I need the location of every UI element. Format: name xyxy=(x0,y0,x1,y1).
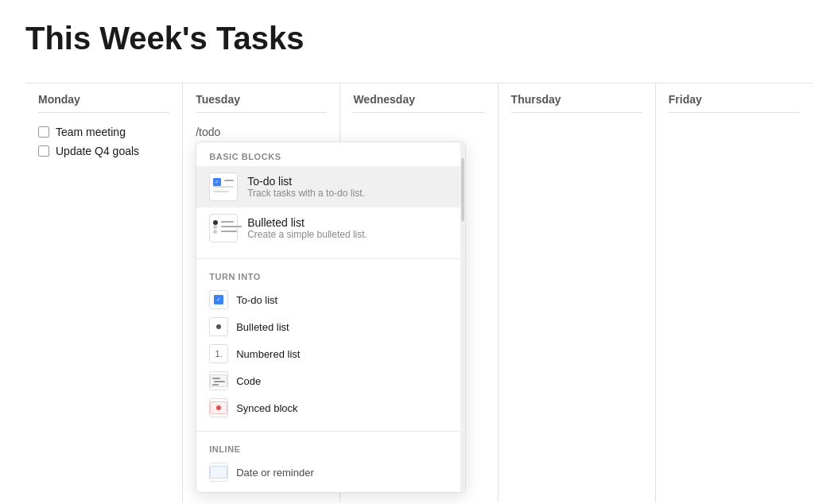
todo-line3-icon xyxy=(213,191,229,192)
turn-into-todo[interactable]: ✓ To-do list xyxy=(196,286,465,313)
turn-into-bullet[interactable]: Bulleted list xyxy=(196,313,465,340)
column-monday: Monday Team meeting Update Q4 goals xyxy=(25,83,183,502)
bulleted-list-title: Bulleted list xyxy=(247,216,367,229)
slash-command-input[interactable]: /todo xyxy=(196,126,327,138)
turn-into-code[interactable]: Code xyxy=(196,367,465,394)
turn-into-todo-label: To-do list xyxy=(236,294,277,306)
basic-blocks-label: BASIC BLOCKS xyxy=(196,149,465,166)
turn-synced-icon-wrap xyxy=(209,398,228,417)
block-type-dropdown: BASIC BLOCKS To-do list Track tasks with… xyxy=(196,142,466,493)
bulleted-list-desc: Create a simple bulleted list. xyxy=(247,229,367,240)
turn-into-numbered-label: Numbered list xyxy=(236,348,300,360)
column-header-friday: Friday xyxy=(669,93,800,113)
bullet-dot2 xyxy=(213,225,217,229)
turn-into-bullet-label: Bulleted list xyxy=(236,321,289,333)
code-line3 xyxy=(212,384,219,386)
bulleted-list-text: Bulleted list Create a simple bulleted l… xyxy=(247,216,367,240)
todo-large-icon xyxy=(213,178,234,196)
code-line1 xyxy=(212,378,220,379)
turn-code-icon-wrap xyxy=(209,371,228,390)
column-friday: Friday xyxy=(656,83,813,502)
column-header-wednesday: Wednesday xyxy=(353,93,484,113)
sync-dot-icon xyxy=(216,405,221,410)
bullet-line3 xyxy=(221,231,237,232)
section-divider-1 xyxy=(196,258,465,259)
turn-todo-icon: ✓ xyxy=(214,295,223,304)
turn-bullet-icon-wrap xyxy=(209,317,228,336)
bullet-large-icon xyxy=(213,219,234,237)
todo-list-title: To-do list xyxy=(247,175,365,188)
inline-section: INLINE Date or reminder xyxy=(196,435,465,492)
checkbox-q4-goals[interactable] xyxy=(38,145,49,157)
turn-code-icon xyxy=(210,374,227,387)
todo-item-q4-goals[interactable]: Update Q4 goals xyxy=(38,145,169,157)
bullet-list-icon xyxy=(209,214,238,242)
scrollbar-thumb xyxy=(461,158,464,222)
todo-checkbox-icon xyxy=(213,178,221,186)
todo-item-team-meeting[interactable]: Team meeting xyxy=(38,126,169,138)
todo-line2-icon xyxy=(213,186,234,188)
turn-into-synced[interactable]: Synced block xyxy=(196,394,465,421)
scrollbar[interactable] xyxy=(460,142,465,492)
todo-list-text: To-do list Track tasks with a to-do list… xyxy=(247,175,365,199)
turn-synced-icon xyxy=(210,401,227,414)
inline-date-label: Date or reminder xyxy=(236,467,314,479)
column-header-thursday: Thursday xyxy=(511,93,642,113)
turn-number-icon: 1. xyxy=(215,349,223,359)
todo-list-desc: Track tasks with a to-do list. xyxy=(247,188,365,199)
bullet-dot3 xyxy=(213,230,217,234)
turn-into-label: TURN INTO xyxy=(196,269,465,286)
todo-list-icon xyxy=(209,173,238,201)
column-thursday: Thursday xyxy=(499,83,656,502)
column-header-monday: Monday xyxy=(38,93,169,113)
turn-numbered-icon-wrap: 1. xyxy=(209,344,228,363)
basic-blocks-section: BASIC BLOCKS To-do list Track tasks with… xyxy=(196,142,465,255)
page-title: This Week's Tasks xyxy=(25,19,813,57)
code-line2 xyxy=(214,381,225,382)
turn-into-numbered[interactable]: 1. Numbered list xyxy=(196,340,465,367)
column-tuesday: Tuesday /todo BASIC BLOCKS xyxy=(183,83,340,502)
section-divider-2 xyxy=(196,431,465,432)
bullet-line2 xyxy=(221,226,242,227)
bullet-line1 xyxy=(221,221,234,223)
turn-into-synced-label: Synced block xyxy=(236,402,297,414)
checkbox-team-meeting[interactable] xyxy=(38,126,49,138)
turn-into-section: TURN INTO ✓ To-do list Bulleted list 1. xyxy=(196,262,465,428)
todo-line1-icon xyxy=(224,180,234,181)
turn-bullet-icon xyxy=(216,324,221,329)
todo-label-team-meeting: Team meeting xyxy=(56,126,126,138)
inline-date-item[interactable]: Date or reminder xyxy=(196,459,465,486)
dropdown-item-todo-list[interactable]: To-do list Track tasks with a to-do list… xyxy=(196,166,465,207)
turn-todo-icon-wrap: ✓ xyxy=(209,290,228,309)
inline-date-icon xyxy=(210,466,227,479)
turn-into-code-label: Code xyxy=(236,375,261,387)
weekly-columns: Monday Team meeting Update Q4 goals Tues… xyxy=(25,83,813,502)
column-header-tuesday: Tuesday xyxy=(196,93,327,113)
dropdown-item-bulleted-list[interactable]: Bulleted list Create a simple bulleted l… xyxy=(196,207,465,249)
todo-label-q4-goals: Update Q4 goals xyxy=(56,145,139,157)
inline-label: INLINE xyxy=(196,441,465,459)
inline-date-icon-wrap xyxy=(209,463,228,482)
